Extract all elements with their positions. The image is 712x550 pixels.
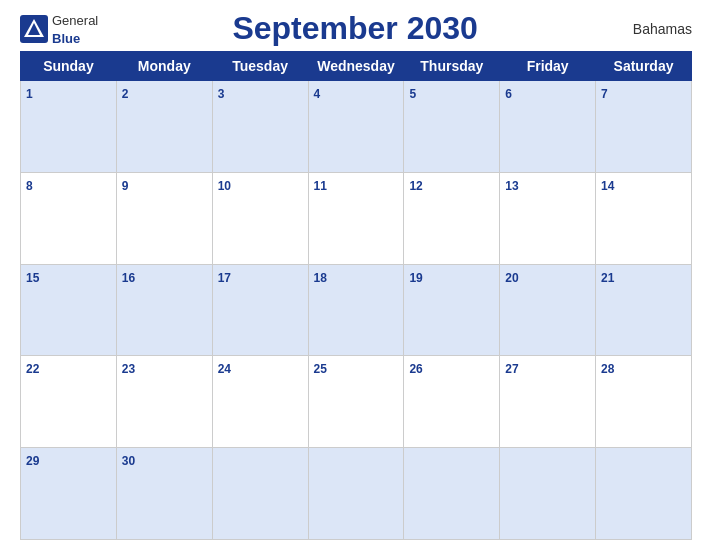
day-number: 10 [218,179,231,193]
calendar-day: 4 [308,81,404,173]
calendar-day: 27 [500,356,596,448]
calendar-day: 29 [21,448,117,540]
calendar-day: 16 [116,264,212,356]
day-number: 26 [409,362,422,376]
day-number: 6 [505,87,512,101]
day-number: 14 [601,179,614,193]
day-number: 19 [409,271,422,285]
day-number: 20 [505,271,518,285]
generalblue-icon [20,15,48,43]
calendar-day: 8 [21,172,117,264]
day-number: 11 [314,179,327,193]
calendar-day: 26 [404,356,500,448]
weekday-header-row: Sunday Monday Tuesday Wednesday Thursday… [21,52,692,81]
calendar-table: Sunday Monday Tuesday Wednesday Thursday… [20,51,692,540]
day-number: 1 [26,87,33,101]
calendar-day [404,448,500,540]
calendar-day: 23 [116,356,212,448]
calendar-day: 13 [500,172,596,264]
calendar-day: 25 [308,356,404,448]
calendar-day [308,448,404,540]
calendar-day: 30 [116,448,212,540]
day-number: 30 [122,454,135,468]
calendar-day: 1 [21,81,117,173]
logo-text: General Blue [52,11,98,47]
day-number: 9 [122,179,129,193]
day-number: 23 [122,362,135,376]
calendar-day: 11 [308,172,404,264]
calendar-week-row: 22232425262728 [21,356,692,448]
day-number: 29 [26,454,39,468]
calendar-day: 20 [500,264,596,356]
calendar-week-row: 891011121314 [21,172,692,264]
calendar-week-row: 2930 [21,448,692,540]
day-number: 17 [218,271,231,285]
day-number: 2 [122,87,129,101]
calendar-day: 14 [596,172,692,264]
day-number: 3 [218,87,225,101]
day-number: 16 [122,271,135,285]
calendar-day: 22 [21,356,117,448]
calendar-day [212,448,308,540]
day-number: 4 [314,87,321,101]
day-number: 13 [505,179,518,193]
calendar-day: 6 [500,81,596,173]
calendar-day: 24 [212,356,308,448]
day-number: 8 [26,179,33,193]
calendar-day: 21 [596,264,692,356]
header-thursday: Thursday [404,52,500,81]
calendar-day [596,448,692,540]
calendar-day: 15 [21,264,117,356]
calendar-day: 18 [308,264,404,356]
calendar-day: 17 [212,264,308,356]
day-number: 5 [409,87,416,101]
day-number: 7 [601,87,608,101]
header-sunday: Sunday [21,52,117,81]
day-number: 15 [26,271,39,285]
calendar-day: 2 [116,81,212,173]
day-number: 12 [409,179,422,193]
calendar-week-row: 1234567 [21,81,692,173]
day-number: 24 [218,362,231,376]
header-saturday: Saturday [596,52,692,81]
calendar-day: 19 [404,264,500,356]
calendar-header: General Blue September 2030 Bahamas [20,10,692,47]
logo: General Blue [20,11,98,47]
calendar-day [500,448,596,540]
header-friday: Friday [500,52,596,81]
header-tuesday: Tuesday [212,52,308,81]
calendar-day: 10 [212,172,308,264]
day-number: 18 [314,271,327,285]
calendar-title: September 2030 [98,10,612,47]
header-monday: Monday [116,52,212,81]
calendar-day: 28 [596,356,692,448]
day-number: 22 [26,362,39,376]
day-number: 28 [601,362,614,376]
calendar-week-row: 15161718192021 [21,264,692,356]
calendar-day: 12 [404,172,500,264]
day-number: 25 [314,362,327,376]
day-number: 21 [601,271,614,285]
calendar-day: 7 [596,81,692,173]
calendar-day: 5 [404,81,500,173]
calendar-day: 3 [212,81,308,173]
calendar-day: 9 [116,172,212,264]
header-wednesday: Wednesday [308,52,404,81]
day-number: 27 [505,362,518,376]
country-label: Bahamas [612,21,692,37]
